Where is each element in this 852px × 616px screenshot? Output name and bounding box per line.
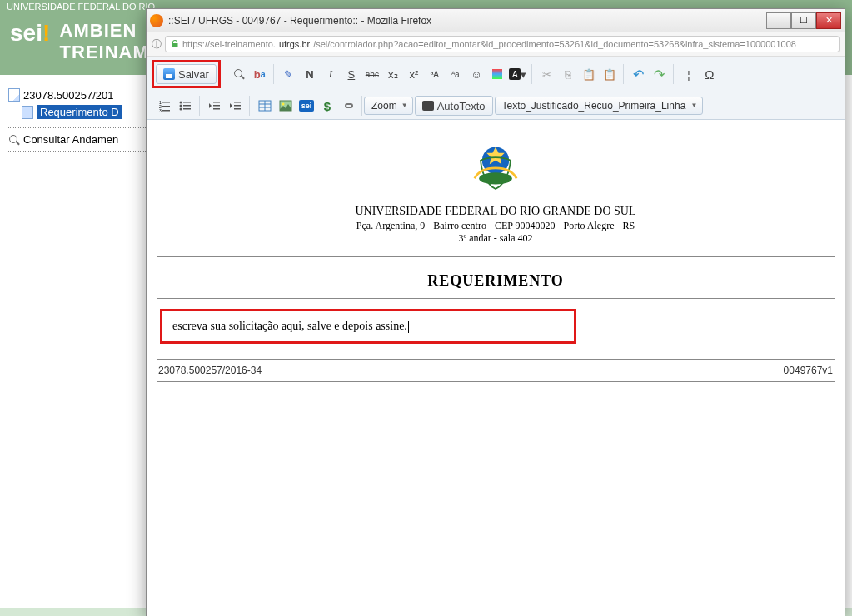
coat-of-arms-icon [466,137,526,196]
value-button[interactable]: $ [317,96,337,116]
search-icon [8,134,20,146]
consult-label: Consultar Andamen [23,133,118,146]
bold-button[interactable]: N [300,64,320,84]
footer-version: 0049767v1 [784,365,833,376]
window-title: ::SEI / UFRGS - 0049767 - Requerimento::… [168,15,766,27]
close-button[interactable]: ✕ [816,12,841,29]
image-button[interactable] [276,96,296,116]
url-domain: ufrgs.br [279,39,310,49]
svg-rect-3 [162,106,170,107]
firefox-popup: ::SEI / UFRGS - 0049767 - Requerimento::… [146,8,845,616]
document-page: UNIVERSIDADE FEDERAL DO RIO GRANDE DO SU… [157,120,835,382]
svg-rect-17 [234,108,241,110]
strikethrough-button[interactable]: abc [362,64,382,84]
undo-button[interactable]: ↶ [629,64,649,84]
textcolor-button[interactable]: A▾ [508,64,528,84]
doc-title-block: REQUERIMENTO [157,257,835,299]
superscript-button[interactable]: x² [404,64,424,84]
document-icon [22,106,33,119]
url-rest: /sei/controlador.php?acao=editor_montar&… [313,39,796,49]
svg-rect-7 [183,102,191,103]
paste-special-button[interactable]: 📋 [600,64,620,84]
autotext-icon [422,101,434,111]
remove-format-button[interactable]: ✎ [279,64,299,84]
footer-process: 23078.500257/2016-34 [158,365,262,376]
university-address: Pça. Argentina, 9 - Bairro centro - CEP … [165,220,826,232]
svg-point-25 [479,172,512,184]
document-area[interactable]: UNIVERSIDADE FEDERAL DO RIO GRANDE DO SU… [147,120,845,616]
address-bar[interactable]: https://sei-treinamento.ufrgs.br/sei/con… [165,36,840,52]
folder-icon [8,88,20,102]
search-icon [233,68,245,80]
special-char-button[interactable]: Ω [700,64,720,84]
italic-button[interactable]: I [321,64,341,84]
svg-point-8 [180,105,182,107]
university-floor: 3º andar - sala 402 [165,232,826,245]
outdent-button[interactable] [205,96,225,116]
window-titlebar[interactable]: ::SEI / UFRGS - 0049767 - Requerimento::… [147,9,845,32]
doc-footer: 23078.500257/2016-34 0049767v1 [157,360,835,382]
zoom-dropdown[interactable]: Zoom [364,97,413,115]
address-bar-row: ⓘ https://sei-treinamento.ufrgs.br/sei/c… [147,32,845,57]
svg-rect-11 [183,108,191,110]
svg-rect-13 [213,105,220,107]
doc-body-block[interactable]: escreva sua solicitação aqui, salve e de… [157,299,835,360]
body-highlight: escreva sua solicitação aqui, salve e de… [160,309,576,344]
svg-rect-1 [162,102,170,103]
find-button[interactable] [229,64,249,84]
unordered-list-button[interactable] [176,96,196,116]
lock-icon [171,40,179,48]
svg-text:3: 3 [159,108,162,112]
uppercase-button[interactable]: ªA [425,64,445,84]
svg-rect-15 [234,102,241,103]
copy-button[interactable]: ⎘ [558,64,578,84]
svg-rect-12 [213,102,220,103]
paste-button[interactable]: 📋 [579,64,599,84]
highlight-button[interactable]: ba [250,64,270,84]
ordered-list-button[interactable]: 123 [155,96,175,116]
university-name: UNIVERSIDADE FEDERAL DO RIO GRANDE DO SU… [165,205,826,218]
window-controls: — ☐ ✕ [766,12,841,29]
doc-header: UNIVERSIDADE FEDERAL DO RIO GRANDE DO SU… [157,120,835,257]
editor-toolbar-2: 123 sei $ Zoom [147,92,845,120]
save-highlight: Salvar [152,60,221,88]
svg-rect-16 [234,105,241,107]
svg-point-23 [282,103,285,106]
svg-rect-9 [183,105,191,107]
lowercase-button[interactable]: ᴬa [446,64,466,84]
tree-root-label: 23078.500257/201 [23,89,113,102]
table-button[interactable] [255,96,275,116]
tree-child-label: Requerimento D [37,105,122,119]
doc-body-text[interactable]: escreva sua solicitação aqui, salve e de… [172,320,409,332]
sei-logo: sei! [10,20,50,47]
url-prefix: https://sei-treinamento. [182,39,276,49]
maximize-button[interactable]: ☐ [791,12,816,29]
redo-button[interactable]: ↷ [650,64,670,84]
autotext-button[interactable]: AutoTexto [415,96,493,116]
bgcolor-button[interactable] [487,64,507,84]
save-button[interactable]: Salvar [156,64,217,84]
minimize-button[interactable]: — [766,12,791,29]
editor-toolbar-1: Salvar ba ✎ N I S abc x₂ x² ªA ᴬa ☺ A▾ ✂… [147,57,845,92]
subscript-button[interactable]: x₂ [383,64,403,84]
separator-button[interactable]: ¦ [679,64,699,84]
style-dropdown[interactable]: Texto_Justificado_Recuo_Primeira_Linha [495,97,703,115]
cut-button[interactable]: ✂ [537,64,557,84]
svg-rect-5 [162,110,170,112]
svg-point-6 [180,102,182,104]
firefox-icon [150,14,163,27]
save-label: Salvar [178,68,209,81]
autotext-label: AutoTexto [437,100,486,112]
underline-button[interactable]: S [341,64,361,84]
indent-button[interactable] [226,96,246,116]
disk-icon [163,68,175,80]
doc-title: REQUERIMENTO [157,272,835,290]
svg-rect-14 [213,108,220,110]
link-button[interactable] [338,96,358,116]
svg-point-10 [180,108,182,111]
sei-button[interactable]: sei [296,96,316,116]
emoji-button[interactable]: ☺ [466,64,486,84]
info-icon[interactable]: ⓘ [152,37,162,52]
